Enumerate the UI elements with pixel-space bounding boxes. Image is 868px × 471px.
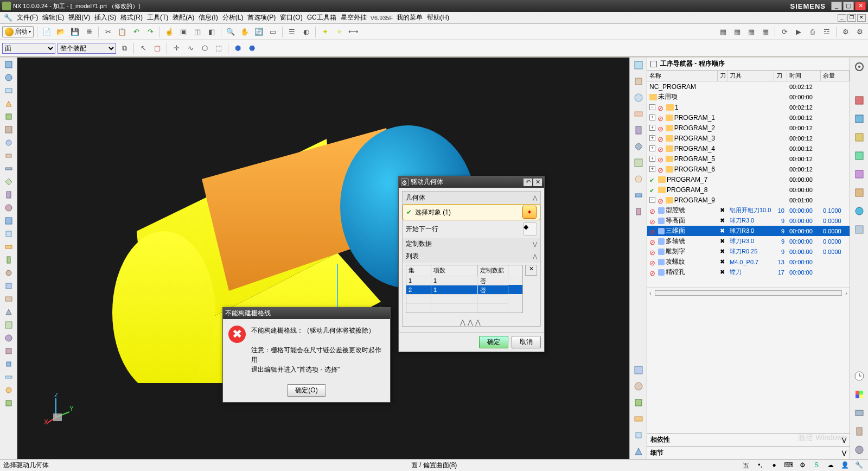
- menu-tools[interactable]: 工具(T): [145, 12, 170, 23]
- right-icon[interactable]: [852, 424, 866, 438]
- filter-type-select[interactable]: 面: [2, 43, 55, 54]
- window3-icon[interactable]: ◧: [206, 26, 218, 38]
- undo-icon[interactable]: ↶: [130, 26, 142, 38]
- menu-gctoolbox[interactable]: GC工具箱: [305, 12, 338, 23]
- list-row-selected[interactable]: 21否: [406, 285, 522, 294]
- right-icon[interactable]: [852, 112, 866, 126]
- nav-row[interactable]: +PROGRAM_200:00:12: [647, 123, 850, 133]
- col-hc[interactable]: 刀: [718, 71, 727, 81]
- nav-hscroll[interactable]: ‹›: [647, 288, 850, 297]
- settings-icon[interactable]: [852, 60, 866, 74]
- minimize-button[interactable]: _: [831, 2, 842, 10]
- ime-wrench-icon[interactable]: 🔧: [853, 461, 865, 470]
- nav-row[interactable]: +PROGRAM_300:00:12: [647, 133, 850, 143]
- nav-misc7-icon[interactable]: [632, 364, 645, 377]
- nav-row[interactable]: +PROGRAM_600:00:12: [647, 164, 850, 174]
- section-detail[interactable]: 细节⋁: [647, 446, 850, 459]
- cancel-button[interactable]: 取消: [512, 336, 541, 348]
- sel-cursor-icon[interactable]: ↖: [137, 42, 149, 54]
- left-icon[interactable]: [2, 319, 15, 331]
- left-icon[interactable]: [2, 371, 15, 383]
- nav-row[interactable]: −PROGRAM_900:01:00: [647, 195, 850, 205]
- left-icon[interactable]: [2, 254, 15, 266]
- section-list[interactable]: 列表⋀: [403, 250, 540, 263]
- copy-icon[interactable]: 📋: [116, 26, 128, 38]
- right-icon[interactable]: [852, 406, 866, 420]
- star-icon[interactable]: ✦: [319, 26, 331, 38]
- cam-generate-icon[interactable]: ⟳: [778, 26, 790, 38]
- nav-row[interactable]: −100:02:12: [647, 102, 850, 112]
- left-icon[interactable]: [2, 98, 15, 110]
- ime-cloud-icon[interactable]: ☁: [825, 461, 837, 470]
- maximize-button[interactable]: ▢: [843, 2, 854, 10]
- zoom-icon[interactable]: 🔍: [225, 26, 237, 38]
- menu-assembly[interactable]: 装配(A): [171, 12, 196, 23]
- nav-misc11-icon[interactable]: [632, 429, 645, 442]
- snap-curve-icon[interactable]: ∿: [184, 42, 196, 54]
- cam-extra-icon[interactable]: ⚙: [854, 26, 866, 38]
- nav-misc5-icon[interactable]: [632, 189, 645, 202]
- ime-punct-icon[interactable]: •,: [754, 461, 766, 470]
- cam-create-geom-icon[interactable]: ▦: [745, 26, 757, 38]
- nav-misc10-icon[interactable]: [632, 412, 645, 425]
- list-remove-button[interactable]: ✕: [525, 265, 537, 276]
- open-icon[interactable]: 📂: [55, 26, 67, 38]
- wcs-icon[interactable]: ⬢: [232, 42, 244, 54]
- nav-misc9-icon[interactable]: [632, 396, 645, 409]
- rect-icon[interactable]: ▭: [267, 26, 279, 38]
- left-icon[interactable]: [2, 72, 15, 84]
- nav-row[interactable]: 等高面✖球刀R3.0900:00:000.0000: [647, 215, 850, 226]
- nav-misc8-icon[interactable]: [632, 380, 645, 393]
- clip-icon[interactable]: ◐: [300, 26, 312, 38]
- nav-row[interactable]: PROGRAM_800:00:00: [647, 184, 850, 195]
- cam-create-tool-icon[interactable]: ▦: [731, 26, 743, 38]
- nav-misc1-icon[interactable]: [632, 124, 645, 137]
- nav-row[interactable]: 精镗孔✖镗刀1700:00:00: [647, 267, 850, 277]
- nav-row[interactable]: 型腔铣✖铝用开粗刀10.01000:00:000.1000: [647, 205, 850, 215]
- snap-rect-icon[interactable]: ⬚: [213, 42, 225, 54]
- list-row[interactable]: 11否: [406, 276, 522, 285]
- right-icon[interactable]: [852, 204, 866, 218]
- menu-window[interactable]: 窗口(O): [278, 12, 304, 23]
- layers-icon[interactable]: ☰: [286, 26, 298, 38]
- pan-icon[interactable]: ✋: [239, 26, 251, 38]
- ime-gear-icon[interactable]: ⚙: [796, 461, 808, 470]
- nav-row[interactable]: 雕刻字✖球刀R0.25900:00:000.0000: [647, 246, 850, 257]
- nav-row[interactable]: 多轴铣✖球刀R3.0900:00:000.0000: [647, 236, 850, 246]
- print-icon[interactable]: 🖶: [83, 26, 95, 38]
- ime-icon[interactable]: 五: [740, 461, 752, 470]
- ime-user-icon[interactable]: 👤: [839, 461, 851, 470]
- error-dialog-titlebar[interactable]: 不能构建栅格线: [223, 308, 390, 319]
- next-row-button[interactable]: ◆: [523, 222, 537, 236]
- dialog-reset-button[interactable]: ↶: [524, 179, 532, 186]
- right-icon[interactable]: [852, 167, 866, 181]
- nav-geom-icon[interactable]: [632, 91, 645, 104]
- nav-misc6-icon[interactable]: [632, 205, 645, 218]
- left-icon[interactable]: [2, 137, 15, 149]
- ime-s-icon[interactable]: S: [810, 461, 822, 470]
- left-icon[interactable]: [2, 280, 15, 292]
- cam-list-icon[interactable]: ☲: [821, 26, 833, 38]
- cam-create-meth-icon[interactable]: ▦: [760, 26, 771, 38]
- viewport[interactable]: ZM YM XM Z Y X 不能构建栅格线 ✖ 不能构建栅格线：（驱动几何体将…: [17, 58, 629, 459]
- nav-misc12-icon[interactable]: [632, 445, 645, 458]
- star2-icon[interactable]: ✧: [333, 26, 345, 38]
- nav-row[interactable]: +PROGRAM_500:00:12: [647, 154, 850, 164]
- nav-misc2-icon[interactable]: [632, 140, 645, 153]
- left-icon[interactable]: [2, 267, 15, 279]
- left-icon[interactable]: [2, 124, 15, 136]
- left-icon[interactable]: [2, 241, 15, 253]
- left-icon[interactable]: [2, 345, 15, 357]
- left-icon[interactable]: [2, 163, 15, 175]
- cam-create-prog-icon[interactable]: ▦: [717, 26, 729, 38]
- menu-plugin[interactable]: 星空外挂: [339, 12, 368, 23]
- measure-icon[interactable]: ⟷: [347, 26, 359, 38]
- rotate-icon[interactable]: 🔄: [253, 26, 265, 38]
- nav-misc4-icon[interactable]: [632, 173, 645, 186]
- menu-info[interactable]: 信息(I): [197, 12, 219, 23]
- left-icon[interactable]: [2, 189, 15, 201]
- menu-help[interactable]: 帮助(H): [425, 12, 451, 23]
- left-icon[interactable]: [2, 397, 15, 409]
- menu-format[interactable]: 格式(R): [119, 12, 144, 23]
- nav-machine-icon[interactable]: [632, 75, 645, 88]
